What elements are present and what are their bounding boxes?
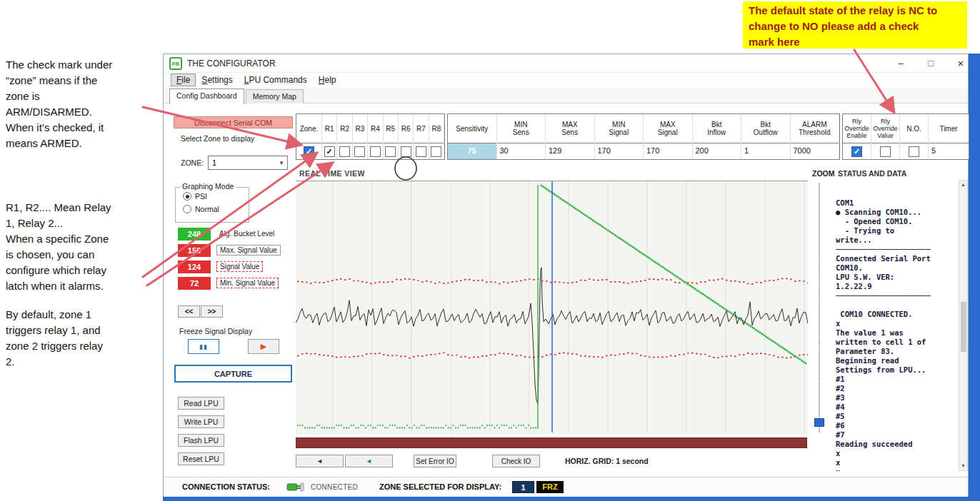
setting-column: ALARM Threshold 7000 <box>791 114 840 159</box>
minimize-button[interactable]: – <box>888 54 914 72</box>
log-line: LPU S.W. VER: <box>836 273 959 282</box>
log-line: ───────────────────── <box>836 245 959 254</box>
relay-checkbox[interactable] <box>401 146 411 157</box>
capture-button[interactable]: CAPTURE <box>174 365 292 383</box>
rly-override-enable-header: Rly Override Enable <box>843 114 871 143</box>
relay-checkbox[interactable] <box>416 146 426 157</box>
setting-value[interactable]: 75 <box>448 143 496 159</box>
maximize-button[interactable]: □ <box>918 54 944 72</box>
pause-button[interactable]: ▮▮ <box>188 339 219 354</box>
relay-checkbox[interactable] <box>324 146 335 157</box>
relay-checkbox[interactable] <box>431 146 441 157</box>
signal-value-row: 156 Max. Signal Value <box>178 243 281 257</box>
graphing-mode-option[interactable]: Normal <box>183 205 249 213</box>
radio-label: PSI <box>195 192 207 201</box>
check-io-button[interactable]: Check IO <box>492 455 540 467</box>
timer-value[interactable]: 5 <box>929 143 969 159</box>
setting-header: Sensitivity <box>448 114 496 143</box>
relay-checkbox[interactable] <box>385 146 396 157</box>
lpu-button[interactable]: Flash LPU <box>178 434 224 447</box>
signal-value-label: Min. Signal Value <box>216 278 279 288</box>
play-button[interactable]: ▶ <box>248 339 279 354</box>
signal-chart-svg <box>296 181 808 435</box>
close-button[interactable]: × <box>948 54 974 72</box>
setting-value[interactable]: 129 <box>546 143 594 159</box>
page-next-button[interactable]: >> <box>201 305 223 318</box>
relay-checkbox[interactable] <box>370 146 381 157</box>
signal-value-row: 124 Signal Value <box>178 260 281 273</box>
menu-item[interactable]: Settings <box>196 74 238 86</box>
relay-header: R8 <box>429 114 444 143</box>
log-line: #1 <box>836 375 959 384</box>
relay-column: R5 <box>384 114 399 159</box>
setting-column: MAX Sens 129 <box>546 114 595 159</box>
menu-item[interactable]: Help <box>313 74 342 86</box>
status-scrollbar[interactable]: ▲ ▼ <box>959 180 968 471</box>
titlebar[interactable]: FB THE CONFIGURATOR – □ × <box>164 54 968 73</box>
zoom-track <box>819 183 820 432</box>
scroll-down-icon[interactable]: ▼ <box>959 462 967 470</box>
log-line: x <box>836 467 959 471</box>
setting-value[interactable]: 170 <box>644 143 692 159</box>
setting-column: Bkt Outflow 1 <box>741 114 791 159</box>
page-prev-button[interactable]: << <box>178 305 200 318</box>
connection-status-value: CONNECTED <box>311 483 358 491</box>
app-icon: FB <box>169 57 182 70</box>
zoom-handle[interactable] <box>814 418 824 427</box>
zone-select[interactable]: 1 ▾ <box>208 156 288 170</box>
settings-table: Sensitivity 75 MIN Sens 30 MAX Sens 129 … <box>447 113 840 160</box>
signal-value-row: 248 Alg. Bucket Level <box>178 227 281 241</box>
zone-armed-checkbox[interactable] <box>304 146 314 157</box>
zone-header: Zone. <box>296 114 321 143</box>
relay-no-checkbox[interactable] <box>909 146 919 157</box>
log-line: written to cell 1 of <box>836 338 959 347</box>
play-icon: ▶ <box>261 342 266 350</box>
relay-column: R4 <box>368 114 383 159</box>
set-error-io-button[interactable]: Set Error IO <box>414 455 456 467</box>
relay-no-header: N.O. <box>900 114 928 143</box>
setting-value[interactable]: 200 <box>693 143 741 159</box>
log-line: Connected Serial Port <box>836 254 959 263</box>
zoom-slider[interactable] <box>814 183 825 432</box>
signal-value-list: 248 Alg. Bucket Level 156 Max. Signal Va… <box>178 227 281 293</box>
relay-header: R4 <box>368 114 382 143</box>
log-line: - Opened COM10. <box>836 217 959 226</box>
zone-relay-table: Zone. R1 R2 R3 R4 R5 R6 R7 <box>296 113 445 160</box>
setting-header: ALARM Threshold <box>791 114 839 143</box>
window-title: THE CONFIGURATOR <box>187 59 276 69</box>
lpu-button[interactable]: Write LPU <box>178 415 224 428</box>
rly-override-value-checkbox[interactable] <box>880 146 891 157</box>
status-log: COM1● Scanning COM10... - Opened COM10. … <box>836 180 959 471</box>
setting-value[interactable]: 1 <box>741 143 790 159</box>
setting-value[interactable]: 170 <box>595 143 644 159</box>
graphing-mode-option[interactable]: PSI <box>183 192 249 201</box>
log-line: ───────────────────── <box>836 291 959 300</box>
radio-icon <box>183 192 191 201</box>
disconnect-serial-button[interactable]: Disconnect Serial COM <box>174 116 293 128</box>
signal-value-label: Signal Value <box>216 261 263 272</box>
menu-item[interactable]: File <box>171 74 196 86</box>
relay-checkbox[interactable] <box>354 146 365 157</box>
rly-override-enable-checkbox[interactable] <box>851 146 862 157</box>
lpu-button[interactable]: Read LPU <box>178 397 224 410</box>
chart-scrollbar[interactable] <box>296 437 807 448</box>
relay-header: R2 <box>337 114 351 143</box>
scrollbar-thumb[interactable] <box>961 302 966 352</box>
scroll-left-green-button[interactable]: ◄ <box>345 455 393 467</box>
setting-value[interactable]: 30 <box>497 143 546 159</box>
lpu-button[interactable]: Reset LPU <box>178 452 224 465</box>
tab[interactable]: Memory Map <box>246 89 304 103</box>
setting-value[interactable]: 7000 <box>791 143 839 159</box>
menu-item[interactable]: LPU Commands <box>239 74 313 86</box>
scroll-left-button[interactable]: ◄ <box>296 455 344 467</box>
realtime-view-label: REAL TIME VIEW <box>299 169 365 178</box>
relay-column: R8 <box>429 114 444 159</box>
tab[interactable]: Config Dashboard <box>169 88 244 104</box>
scroll-up-icon[interactable]: ▲ <box>959 181 967 189</box>
setting-header: Bkt Outflow <box>741 114 790 143</box>
pause-icon: ▮▮ <box>199 343 208 350</box>
relay-header: R7 <box>414 114 428 143</box>
log-line: Settings from LPU... <box>836 365 959 375</box>
relay-checkbox[interactable] <box>339 146 350 157</box>
setting-column: MAX Signal 170 <box>644 114 693 159</box>
